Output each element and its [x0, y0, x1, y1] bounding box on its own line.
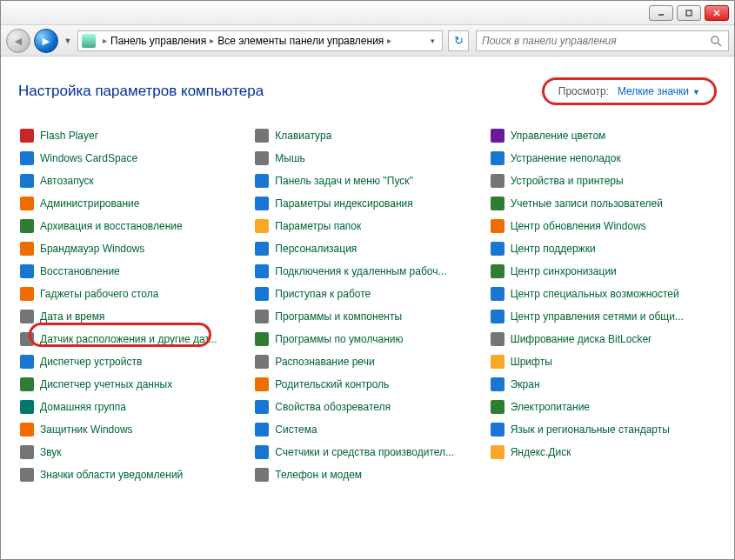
control-panel-item[interactable]: Параметры папок [253, 215, 481, 237]
control-panel-item-label: Телефон и модем [275, 469, 362, 481]
control-panel-item[interactable]: Звук [18, 441, 246, 463]
speech-icon [255, 355, 269, 369]
svg-point-4 [712, 37, 718, 43]
close-button[interactable] [705, 5, 729, 21]
control-panel-item[interactable]: Распознавание речи [253, 350, 481, 373]
control-panel-item[interactable]: Панель задач и меню ''Пуск'' [253, 170, 481, 192]
autoplay-icon [20, 174, 34, 188]
defender-icon [20, 423, 34, 437]
control-panel-items-grid: Flash PlayerWindows CardSpaceАвтозапускА… [18, 124, 717, 486]
control-panel-item[interactable]: Брандмауэр Windows [18, 237, 246, 260]
control-panel-item[interactable]: Электропитание [489, 396, 717, 418]
control-panel-item[interactable]: Диспетчер устройств [18, 350, 246, 373]
programs-features-icon [255, 310, 269, 323]
minimize-button[interactable] [649, 5, 673, 21]
control-panel-item[interactable]: Домашняя группа [18, 396, 246, 418]
firewall-icon [20, 242, 34, 256]
control-panel-item[interactable]: Язык и региональные стандарты [489, 418, 717, 441]
breadcrumb-dropdown[interactable]: ▾ [427, 37, 438, 45]
control-panel-item[interactable]: Значки области уведомлений [18, 463, 246, 486]
control-panel-item-label: Устройства и принтеры [511, 175, 624, 187]
control-panel-item[interactable]: Родительский контроль [253, 373, 481, 396]
control-panel-item-label: Брандмауэр Windows [40, 243, 144, 255]
control-panel-item[interactable]: Администрирование [18, 192, 246, 215]
control-panel-item[interactable]: Телефон и модем [253, 463, 481, 486]
control-panel-item-label: Экран [511, 378, 540, 390]
control-panel-item-label: Windows CardSpace [40, 152, 137, 164]
control-panel-item[interactable]: Приступая к работе [253, 283, 481, 305]
view-dropdown[interactable]: Мелкие значки▼ [618, 85, 700, 97]
control-panel-item-label: Домашняя группа [40, 401, 126, 413]
control-panel-item[interactable]: Персонализация [253, 237, 481, 260]
control-panel-item[interactable]: Датчик расположения и другие дат... [18, 328, 246, 350]
window-controls [649, 5, 729, 21]
control-panel-item[interactable]: Гаджеты рабочего стола [18, 283, 246, 305]
refresh-button[interactable]: ↻ [448, 30, 469, 51]
control-panel-item[interactable]: Шрифты [489, 350, 717, 373]
control-panel-item[interactable]: Клавиатура [253, 124, 481, 147]
control-panel-item-label: Дата и время [40, 310, 104, 323]
control-panel-item[interactable]: Шифрование диска BitLocker [489, 328, 717, 350]
control-panel-item[interactable]: Устройства и принтеры [489, 170, 717, 192]
control-panel-item[interactable]: Центр синхронизации [489, 260, 717, 283]
credential-manager-icon [20, 377, 34, 391]
breadcrumb[interactable]: ▸ Панель управления ▸ Все элементы панел… [77, 30, 443, 51]
control-panel-item[interactable]: Учетные записи пользователей [489, 192, 717, 215]
admin-tools-icon [20, 197, 34, 210]
control-panel-item[interactable]: Яндекс.Диск [489, 441, 717, 463]
control-panel-item[interactable]: Система [253, 418, 481, 441]
control-panel-item[interactable]: Flash Player [18, 124, 246, 147]
control-panel-item[interactable]: Управление цветом [489, 124, 717, 147]
control-panel-item[interactable]: Дата и время [18, 305, 246, 328]
control-panel-item[interactable]: Устранение неполадок [489, 147, 717, 170]
control-panel-item-label: Диспетчер учетных данных [40, 378, 172, 390]
control-panel-item-label: Электропитание [511, 401, 590, 413]
control-panel-item-label: Гаджеты рабочего стола [40, 288, 158, 300]
control-panel-item[interactable]: Параметры индексирования [253, 192, 481, 215]
indexing-icon [255, 197, 269, 210]
control-panel-item-label: Программы и компоненты [275, 310, 402, 323]
breadcrumb-item[interactable]: Панель управления [110, 35, 206, 47]
content-area: Настройка параметров компьютера Просмотр… [1, 57, 734, 495]
control-panel-item-label: Управление цветом [511, 130, 606, 142]
control-panel-item-label: Система [275, 423, 317, 436]
control-panel-item[interactable]: Восстановление [18, 260, 246, 283]
control-panel-item-label: Клавиатура [275, 130, 331, 142]
control-panel-item-label: Приступая к работе [275, 288, 371, 300]
user-accounts-icon [491, 197, 504, 210]
control-panel-item[interactable]: Программы по умолчанию [253, 328, 481, 350]
control-panel-item[interactable]: Автозапуск [18, 170, 246, 192]
keyboard-icon [255, 129, 269, 143]
control-panel-item[interactable]: Экран [489, 373, 717, 396]
fonts-icon [491, 355, 504, 369]
control-panel-item[interactable]: Счетчики и средства производител... [253, 441, 481, 463]
breadcrumb-item[interactable]: Все элементы панели управления [217, 35, 384, 47]
control-panel-item[interactable]: Программы и компоненты [253, 305, 481, 328]
forward-button[interactable]: ► [34, 29, 58, 53]
control-panel-item-label: Flash Player [40, 130, 98, 142]
region-language-icon [491, 423, 504, 437]
search-input[interactable] [482, 35, 709, 47]
control-panel-item[interactable]: Диспетчер учетных данных [18, 373, 246, 396]
control-panel-item[interactable]: Центр управления сетями и общи... [489, 305, 717, 328]
search-box[interactable] [476, 30, 729, 51]
nav-history-dropdown[interactable]: ▼ [62, 37, 74, 45]
control-panel-item[interactable]: Центр поддержки [489, 237, 717, 260]
control-panel-item[interactable]: Мышь [253, 147, 481, 170]
yandex-disk-icon [491, 445, 504, 459]
control-panel-item[interactable]: Центр специальных возможностей [489, 283, 717, 305]
control-panel-item[interactable]: Свойства обозревателя [253, 396, 481, 418]
datetime-icon [20, 310, 34, 323]
windows-update-icon [491, 219, 504, 233]
maximize-button[interactable] [677, 5, 701, 21]
control-panel-item[interactable]: Архивация и восстановление [18, 215, 246, 237]
performance-icon [255, 445, 269, 459]
control-panel-item[interactable]: Подключения к удаленным рабоч... [253, 260, 481, 283]
back-button[interactable]: ◄ [6, 29, 30, 53]
control-panel-item[interactable]: Windows CardSpace [18, 147, 246, 170]
control-panel-item-label: Яндекс.Диск [511, 446, 571, 458]
control-panel-item[interactable]: Защитник Windows [18, 418, 246, 441]
default-programs-icon [255, 332, 269, 346]
remote-desktop-icon [255, 264, 269, 278]
control-panel-item[interactable]: Центр обновления Windows [489, 215, 717, 237]
